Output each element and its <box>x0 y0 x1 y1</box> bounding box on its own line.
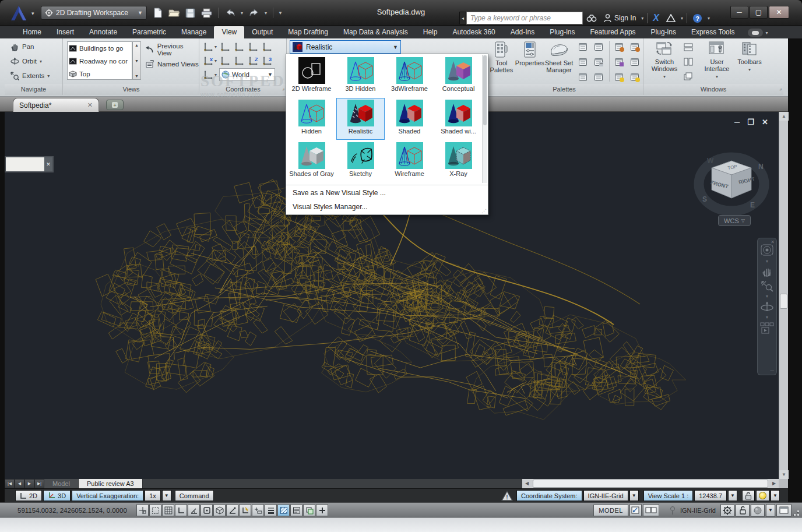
gallery-expand-icon[interactable]: ▼ <box>135 74 139 78</box>
ribbon-tab-output[interactable]: Output <box>244 26 280 38</box>
ribbon-tab-help[interactable]: Help <box>416 26 445 38</box>
snap-mode-icon[interactable] <box>149 504 161 516</box>
panel-expand-icon[interactable]: ⌟ <box>282 83 284 94</box>
showmotion-icon[interactable] <box>760 322 774 334</box>
vertical-exaggeration-value[interactable]: 1x <box>145 490 161 501</box>
panel-expand-icon[interactable]: ⌟ <box>779 83 782 94</box>
user-interface-button[interactable]: User Interface ▾ <box>701 38 733 83</box>
visual-style-realistic[interactable]: Realistic <box>336 98 385 140</box>
ribbon-tab-plug-ins[interactable]: Plug-ins <box>542 26 582 38</box>
close-button[interactable]: ✕ <box>769 6 789 19</box>
wcs-button[interactable]: WCS▽ <box>718 215 751 226</box>
toolbars-caret-icon[interactable]: ▾ <box>748 66 751 73</box>
panel-label-windows[interactable]: Windows⌟ <box>643 84 783 95</box>
vertical-scrollbar[interactable]: ▲ ▼ <box>779 112 788 479</box>
orbit-caret-icon[interactable]: ▾ <box>40 59 42 64</box>
visual-style-sketchy[interactable]: Sketchy <box>336 140 385 182</box>
search-button[interactable] <box>583 12 600 24</box>
object-snap-tracking-icon[interactable] <box>226 504 238 516</box>
layout-tab-public-review-a3[interactable]: Public review A3 <box>79 479 143 488</box>
visual-style-3d-hidden[interactable]: 3D Hidden <box>336 55 385 97</box>
open-file-button[interactable] <box>167 6 181 20</box>
ortho-mode-icon[interactable] <box>175 504 187 516</box>
view-scale-button[interactable]: View Scale 1 : <box>643 490 694 501</box>
panel-label-palettes[interactable]: Palettes <box>486 84 643 95</box>
visual-style-x-ray[interactable]: X-Ray <box>434 140 483 182</box>
named-views-button[interactable]: Named Views <box>145 56 199 71</box>
view-scale-caret-icon[interactable]: ▼ <box>728 490 737 501</box>
ucs-x-icon[interactable]: x▾ <box>202 54 218 67</box>
viewport-lock-button[interactable] <box>742 490 755 501</box>
2d-mode-button[interactable]: 2D <box>15 490 42 501</box>
ucs-icon[interactable]: ▾ <box>202 40 218 53</box>
ribbon-tab-manage[interactable]: Manage <box>174 26 214 38</box>
lighting-button[interactable] <box>756 490 769 501</box>
new-drawing-tab-button[interactable]: ＋ <box>106 100 124 110</box>
layout-tab-model[interactable]: Model <box>44 479 79 488</box>
autodesk360-caret-icon[interactable]: ▾ <box>679 16 685 21</box>
autocad-logo-button[interactable] <box>9 5 28 22</box>
previous-view-button[interactable]: Previous View <box>145 41 199 56</box>
last-tab-icon[interactable]: ▶| <box>34 479 44 488</box>
app-menu-caret-icon[interactable]: ▾ <box>31 10 34 16</box>
materials-browser-icon[interactable] <box>612 40 627 54</box>
ribbon-tab-featured-apps[interactable]: Featured Apps <box>583 26 643 38</box>
layer-properties-icon[interactable] <box>576 70 591 84</box>
switch-windows-button[interactable]: Switch Windows ▾ <box>648 38 681 83</box>
3d-mode-button[interactable]: 3D <box>43 490 71 501</box>
annotation-monitor-icon[interactable] <box>316 504 328 516</box>
ucs-named-combobox[interactable]: World▼ <box>219 68 275 81</box>
visual-style-conceptual[interactable]: Conceptual <box>434 55 483 97</box>
sun-properties-icon[interactable] <box>628 70 643 84</box>
resize-grip[interactable] <box>793 505 800 516</box>
workspace-switch-gear-button[interactable] <box>720 504 734 517</box>
navbar-caret-icon[interactable]: ▼ <box>765 260 769 263</box>
sign-in-caret-icon[interactable]: ▾ <box>639 16 645 21</box>
menu-item-visual-styles-manager[interactable]: Visual Styles Manager... <box>286 200 488 214</box>
visual-style-wireframe[interactable]: Wireframe <box>385 140 434 182</box>
scroll-up-icon[interactable]: ▲ <box>779 112 789 121</box>
sheet-set-manager-button[interactable]: Sheet Set Manager <box>544 38 574 83</box>
object-snap-icon[interactable] <box>200 504 213 516</box>
save-button[interactable] <box>183 6 198 20</box>
scroll-left-icon[interactable]: ◀ <box>522 479 532 488</box>
coordinate-system-value[interactable]: IGN-IIE-Grid <box>583 490 628 501</box>
markup-set-icon[interactable] <box>592 40 607 54</box>
viewcube[interactable]: N E S W TOP FRONT RIGHT <box>690 136 777 224</box>
nav-zoom-icon[interactable] <box>761 280 773 292</box>
tool-palettes-button[interactable]: Tool Palettes <box>488 38 515 83</box>
prev-tab-icon[interactable]: ◀ <box>15 479 24 488</box>
gallery-scrollbar[interactable] <box>482 55 487 183</box>
tile-vertically-icon[interactable] <box>681 55 696 69</box>
help-button[interactable]: ? <box>689 12 706 24</box>
ucs-previous-icon[interactable] <box>219 54 232 67</box>
navbar-caret-icon[interactable]: ▼ <box>765 295 769 298</box>
status-menu-caret-icon[interactable]: ▼ <box>766 504 775 517</box>
coordinate-system-caret-icon[interactable]: ▼ <box>629 490 639 501</box>
ucs-origin-icon[interactable] <box>233 40 246 53</box>
view-scale-value[interactable]: 12438.7 <box>694 490 727 501</box>
panel-label-coordinates[interactable]: Coordinates⌟ <box>200 84 286 95</box>
lineweight-icon[interactable] <box>265 504 277 516</box>
ribbon-tab-map-drafting[interactable]: Map Drafting <box>280 26 336 38</box>
vertical-exaggeration-caret-icon[interactable]: ▼ <box>162 490 171 501</box>
ucs-z-axis-icon[interactable]: Z <box>247 54 260 67</box>
undo-button[interactable] <box>223 6 237 20</box>
ribbon-tab-view[interactable]: View <box>214 26 244 38</box>
command-button[interactable]: Command <box>175 490 214 501</box>
designcenter-icon[interactable] <box>592 70 607 84</box>
visual-style-shaded-wi[interactable]: Shaded wi... <box>434 98 483 140</box>
first-tab-icon[interactable]: |◀ <box>5 479 15 488</box>
performance-status-button[interactable] <box>751 504 765 517</box>
view-list-item-roadway-no-cor[interactable]: Roadway no cor <box>68 55 132 68</box>
polar-tracking-icon[interactable] <box>188 504 200 516</box>
pushpin-icon[interactable] <box>670 506 676 515</box>
object-snap-3d-icon[interactable] <box>213 504 226 516</box>
floating-toolbar-close-icon[interactable]: ✕ <box>44 157 52 171</box>
pan-button[interactable]: Pan <box>5 38 62 53</box>
viewport-close-icon[interactable]: ✕ <box>762 118 768 126</box>
view-list-item-top[interactable]: Top <box>68 68 132 80</box>
dynamic-ucs-icon[interactable] <box>239 504 251 516</box>
ucs-world-icon[interactable] <box>261 40 274 53</box>
menu-item-save-as-a-new-visual-style[interactable]: Save as a New Visual Style ... <box>286 186 488 200</box>
